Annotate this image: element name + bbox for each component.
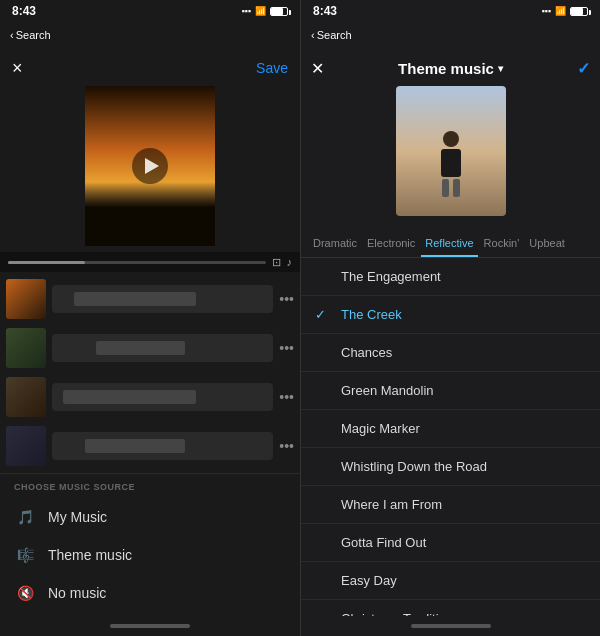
source-item-theme-music[interactable]: 🎼 Theme music [14,536,286,574]
clip-track[interactable] [52,383,273,411]
back-button-right[interactable]: ‹ Search [311,29,352,41]
battery-icon-right [570,7,588,16]
category-tab-reflective[interactable]: Reflective [421,231,477,257]
home-indicator-left [0,616,300,636]
thumbnail-image [396,86,506,216]
play-icon [145,158,159,174]
clip-row[interactable]: ••• [0,374,300,420]
status-icons-left: ▪▪▪ 📶 [241,6,288,16]
source-icon-my-music: 🎵 [14,506,36,528]
close-button[interactable]: × [12,58,23,79]
child-leg-right [453,179,460,197]
left-panel: 8:43 ▪▪▪ 📶 ‹ Search × Save ⊡ ♪ [0,0,300,636]
more-options-icon[interactable]: ••• [279,389,294,405]
clip-row[interactable]: ••• [0,423,300,469]
right-nav-bar: ✕ Theme music ▾ ✓ [301,50,600,86]
timeline-progress [8,261,85,264]
song-item-the-creek[interactable]: ✓ The Creek [301,296,600,334]
clip-thumbnail [6,377,46,417]
timeline-bar[interactable]: ⊡ ♪ [0,252,300,272]
child-body [441,149,461,177]
song-item-the-engagement[interactable]: The Engagement [301,258,600,296]
song-item-whistling-down-road[interactable]: Whistling Down the Road [301,448,600,486]
home-bar-right [411,624,491,628]
section-label: Choose music source [14,482,286,492]
song-name: Magic Marker [341,421,420,436]
category-tab-upbeat[interactable]: Upbeat [525,231,568,257]
clip-track[interactable] [52,432,273,460]
song-list: The Engagement ✓ The Creek Chances Green… [301,258,600,616]
theme-music-title[interactable]: Theme music ▾ [324,60,577,77]
chevron-left-icon-right: ‹ [311,29,315,41]
song-name: Easy Day [341,573,397,588]
source-label-theme-music: Theme music [48,547,132,563]
song-name: Whistling Down the Road [341,459,487,474]
category-tab-rockin[interactable]: Rockin' [480,231,524,257]
time-left: 8:43 [12,4,36,18]
song-name: Chances [341,345,392,360]
song-item-green-mandolin[interactable]: Green Mandolin [301,372,600,410]
song-name: Green Mandolin [341,383,434,398]
close-button-right[interactable]: ✕ [311,59,324,78]
timeline-track [8,261,266,264]
confirm-button[interactable]: ✓ [577,59,590,78]
home-indicator-right [301,616,600,636]
song-item-gotta-find-out[interactable]: Gotta Find Out [301,524,600,562]
song-item-chances[interactable]: Chances [301,334,600,372]
source-items: 🎵 My Music 🎼 Theme music 🔇 No music [14,498,286,612]
signal-icon-right: ▪▪▪ [541,6,551,16]
more-options-icon[interactable]: ••• [279,438,294,454]
clip-thumbnail [6,279,46,319]
clip-thumbnail [6,328,46,368]
time-right: 8:43 [313,4,337,18]
music-source-section: Choose music source 🎵 My Music 🎼 Theme m… [0,473,300,616]
video-thumbnail-right[interactable] [396,86,506,216]
status-bar-right: 8:43 ▪▪▪ 📶 [301,0,600,22]
clip-row[interactable]: ••• [0,325,300,371]
music-note-icon[interactable]: ♪ [287,256,293,268]
wifi-icon: 📶 [255,6,266,16]
clip-track[interactable] [52,285,273,313]
child-legs [436,179,466,197]
song-name: Gotta Find Out [341,535,426,550]
right-panel: 8:43 ▪▪▪ 📶 ‹ Search ✕ Theme music ▾ ✓ [300,0,600,636]
home-bar [110,624,190,628]
clip-row[interactable]: ••• [0,276,300,322]
song-check-icon: ✓ [315,307,331,322]
clips-container: ••• ••• ••• ••• [0,272,300,473]
more-options-icon[interactable]: ••• [279,291,294,307]
song-name: Where I am From [341,497,442,512]
dropdown-arrow-icon: ▾ [498,63,503,74]
play-button[interactable] [132,148,168,184]
video-silhouette [85,182,215,246]
clip-segment [63,390,196,404]
source-item-no-music[interactable]: 🔇 No music [14,574,286,612]
song-item-where-i-am-from[interactable]: Where I am From [301,486,600,524]
source-item-my-music[interactable]: 🎵 My Music [14,498,286,536]
nav-bar-right: ‹ Search [301,22,600,50]
song-name: The Creek [341,307,402,322]
category-tabs: DramaticElectronicReflectiveRockin'Upbea… [301,224,600,258]
more-options-icon[interactable]: ••• [279,340,294,356]
clip-track[interactable] [52,334,273,362]
source-label-my-music: My Music [48,509,107,525]
battery-icon [270,7,288,16]
save-button[interactable]: Save [256,60,288,76]
edit-toolbar: × Save [0,50,300,86]
child-leg-left [442,179,449,197]
clip-thumbnail [6,426,46,466]
category-tab-electronic[interactable]: Electronic [363,231,419,257]
video-preview[interactable] [85,86,215,246]
aspect-ratio-icon[interactable]: ⊡ [272,256,281,269]
song-item-easy-day[interactable]: Easy Day [301,562,600,600]
song-item-magic-marker[interactable]: Magic Marker [301,410,600,448]
category-tab-dramatic[interactable]: Dramatic [309,231,361,257]
child-figure [436,131,466,201]
nav-bar-left: ‹ Search [0,22,300,50]
song-item-christmas-tradition[interactable]: Christmas Tradition [301,600,600,616]
clip-segment [85,439,185,453]
source-icon-no-music: 🔇 [14,582,36,604]
back-button-left[interactable]: ‹ Search [10,29,51,41]
chevron-left-icon: ‹ [10,29,14,41]
clip-segment [74,292,196,306]
